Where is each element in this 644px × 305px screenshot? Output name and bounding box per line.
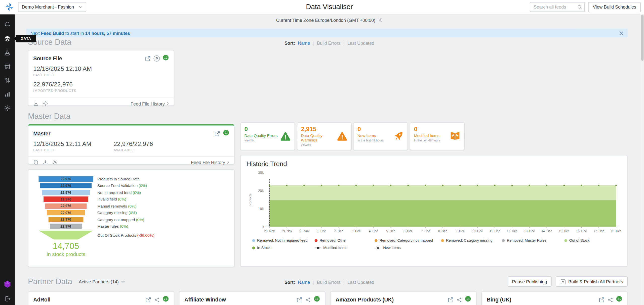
sort-option-build-errors[interactable]: Build Errors bbox=[317, 41, 341, 46]
funnel-bar[interactable]: 22,976 bbox=[47, 210, 85, 215]
funnel-bar[interactable]: 22,976 bbox=[40, 183, 92, 188]
gear-icon[interactable] bbox=[52, 160, 57, 165]
sidebar-item-data[interactable] bbox=[0, 32, 15, 46]
stat-card-data-quality-errors[interactable]: 0Data Quality Errorsview/fix bbox=[240, 122, 295, 150]
partner-card-adroll[interactable]: AdRoll12/18/2025 12:12 AM bbox=[28, 291, 174, 305]
sidebar-item-import-export[interactable] bbox=[0, 73, 15, 87]
sidebar-item-shop[interactable] bbox=[0, 60, 15, 74]
data-icon bbox=[4, 35, 11, 42]
legend-item[interactable]: Out of Stock bbox=[564, 238, 621, 242]
stat-card-modified-items[interactable]: 0Modified ItemsIn the last 48 hours bbox=[410, 122, 464, 150]
legend-item[interactable]: Removed: Category not mapped bbox=[375, 238, 441, 242]
platform-logo-icon[interactable] bbox=[3, 280, 12, 290]
external-link-icon[interactable] bbox=[297, 297, 302, 302]
share-icon[interactable] bbox=[456, 297, 462, 302]
funnel-bar[interactable]: 22,976 bbox=[44, 196, 88, 202]
rocket-icon bbox=[393, 131, 404, 141]
funnel-bar[interactable]: 22,976 bbox=[38, 176, 93, 182]
master-data-title: Master Data bbox=[28, 112, 70, 121]
gear-icon[interactable] bbox=[43, 101, 48, 106]
sidebar-item-experiments[interactable] bbox=[0, 45, 15, 60]
master-card-footer: Feed File History bbox=[28, 156, 234, 168]
sort-label: Sort: bbox=[285, 280, 295, 285]
sidebar-item-settings[interactable] bbox=[0, 101, 15, 115]
legend-item[interactable]: Removed: Other bbox=[315, 238, 375, 242]
data-point-marker bbox=[355, 185, 357, 186]
stat-card-data-quality-warnings[interactable]: 2,915Data Quality Warningsview/fix bbox=[297, 122, 351, 150]
sort-option-last-updated[interactable]: Last Updated bbox=[347, 280, 374, 285]
sort-option-name[interactable]: Name bbox=[298, 41, 310, 46]
funnel-bar-value: 22,976 bbox=[61, 218, 71, 222]
funnel-bar-col: 22,976 bbox=[38, 176, 93, 182]
download-icon[interactable] bbox=[43, 160, 48, 165]
merchant-selector[interactable]: Demo Merchant - Fashion bbox=[18, 2, 86, 12]
partner-card-bing-uk-[interactable]: Bing (UK)12/18/2025 12:14 AM bbox=[481, 291, 627, 305]
logout-icon[interactable] bbox=[4, 296, 10, 302]
legend-dot bbox=[252, 246, 255, 249]
external-link-icon[interactable] bbox=[145, 56, 151, 61]
external-link-icon[interactable] bbox=[214, 131, 220, 136]
download-icon[interactable] bbox=[33, 101, 38, 106]
external-link-icon[interactable] bbox=[448, 297, 454, 302]
stat-sublabel[interactable]: view/fix bbox=[301, 143, 347, 147]
stat-label: Modified Items bbox=[414, 133, 449, 138]
partner-card-header: Amazon Products (UK) bbox=[331, 292, 476, 305]
master-card[interactable]: Master 12/18/2025 12:11 AM LAST BUILT 22… bbox=[28, 124, 234, 165]
share-icon[interactable] bbox=[305, 297, 311, 302]
funnel-bar[interactable]: 22,976 bbox=[42, 190, 90, 195]
warning-triangle-icon bbox=[280, 131, 291, 141]
legend-item[interactable]: Removed: Category missing bbox=[441, 238, 502, 242]
data-point-marker bbox=[477, 185, 478, 186]
source-card-title: Source File bbox=[33, 55, 145, 61]
partner-card-affiliate-window[interactable]: Affiliate Window12/18/2025 12:12 AM bbox=[179, 291, 325, 305]
legend-label: Removed: Category missing bbox=[446, 238, 493, 242]
analytics-icon bbox=[4, 91, 11, 97]
share-icon[interactable] bbox=[608, 297, 613, 302]
build-publish-all-button[interactable]: Build & Publish All Partners bbox=[555, 276, 627, 287]
view-build-schedules-button[interactable]: View Build Schedules bbox=[588, 2, 641, 12]
search-icon[interactable] bbox=[577, 4, 583, 11]
stat-label: Data Quality Errors bbox=[244, 133, 279, 138]
brand-logo-icon[interactable] bbox=[4, 2, 15, 12]
scrollbar[interactable] bbox=[641, 14, 644, 305]
sort-option-last-updated[interactable]: Last Updated bbox=[347, 41, 374, 46]
x-tick-label: 11. Dec bbox=[490, 229, 500, 233]
sort-label: Sort: bbox=[285, 41, 295, 46]
feed-file-history-link[interactable]: Feed File History bbox=[131, 101, 169, 106]
legend-item[interactable]: Removed: Master Rules bbox=[502, 238, 564, 242]
legend-item[interactable]: In Stock bbox=[252, 246, 314, 250]
external-link-icon[interactable] bbox=[145, 297, 151, 302]
funnel-bar[interactable]: 22,976 bbox=[49, 217, 84, 222]
funnel-bar[interactable]: 22,976 bbox=[45, 203, 87, 209]
stat-card-new-items[interactable]: 0New ItemsIn the last 48 hours bbox=[353, 122, 408, 150]
close-icon[interactable] bbox=[619, 31, 623, 35]
feed-file-history-link[interactable]: Feed File History bbox=[191, 160, 229, 165]
master-funnel-card: 22,976Products in Source Data 22,976Sour… bbox=[28, 169, 234, 267]
pause-publishing-button[interactable]: Pause Publishing bbox=[507, 276, 551, 287]
partner-card-amazon-products-uk-[interactable]: Amazon Products (UK)12/18/2025 12:12 AM bbox=[330, 291, 476, 305]
external-link-icon[interactable] bbox=[599, 297, 605, 302]
data-point-marker bbox=[407, 185, 409, 186]
source-imported-label: IMPORTED PRODUCTS bbox=[33, 89, 169, 93]
source-file-card[interactable]: Source File P 12/18/2025 12:10 AM LAST B… bbox=[28, 50, 174, 106]
legend-item[interactable]: Modified Items bbox=[315, 246, 375, 250]
sidebar-item-analytics[interactable] bbox=[0, 87, 15, 101]
share-icon[interactable] bbox=[154, 297, 160, 302]
sort-separator: | bbox=[313, 280, 314, 285]
sort-option-build-errors[interactable]: Build Errors bbox=[317, 280, 341, 285]
sidebar-item-notifications[interactable] bbox=[0, 18, 15, 32]
search-input[interactable] bbox=[530, 2, 585, 12]
stats-row: 0Data Quality Errorsview/fix2,915Data Qu… bbox=[240, 122, 464, 150]
legend-item[interactable]: New Items bbox=[375, 246, 441, 250]
master-card-body: 12/18/2025 12:11 AM LAST BUILT 22,976/22… bbox=[28, 139, 234, 156]
copy-icon[interactable] bbox=[33, 160, 38, 165]
sort-option-name[interactable]: Name bbox=[298, 280, 310, 285]
scrollbar-thumb[interactable] bbox=[641, 15, 644, 61]
funnel-label: Products in Source Data bbox=[97, 177, 230, 181]
funnel-bar[interactable]: 22,976 bbox=[50, 224, 82, 229]
legend-label: Removed: Category not mapped bbox=[380, 238, 433, 242]
gear-icon[interactable] bbox=[378, 17, 383, 22]
legend-label: New Items bbox=[383, 246, 400, 250]
legend-item[interactable]: Removed: Not in required feed bbox=[252, 238, 314, 242]
chevron-right-icon bbox=[227, 160, 229, 164]
